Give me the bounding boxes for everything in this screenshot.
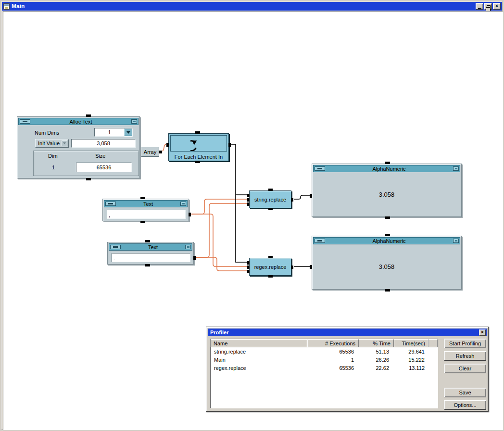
alphanumeric2-titlebar[interactable]: AlphaNumeric bbox=[313, 237, 460, 244]
alloc-text-block[interactable]: Alloc Text Num Dims 1 Init Value 3,058 D… bbox=[17, 116, 140, 178]
table-row[interactable]: regex.replace 65536 22.62 13.112 bbox=[211, 364, 438, 372]
text1-value-field[interactable]: , bbox=[107, 210, 186, 219]
resize-button[interactable] bbox=[453, 239, 459, 243]
text1-titlebar[interactable]: Text bbox=[104, 200, 188, 207]
for-each-output-pin[interactable] bbox=[228, 143, 231, 147]
text2-titlebar[interactable]: Text bbox=[109, 243, 192, 251]
num-dims-dropdown[interactable]: 1 bbox=[94, 128, 133, 137]
column-header-stub bbox=[428, 339, 438, 347]
close-button[interactable]: × bbox=[493, 3, 501, 10]
output-pin[interactable] bbox=[291, 266, 293, 269]
alphanumeric1-input-pin[interactable] bbox=[310, 194, 312, 198]
sequence-in-pin[interactable] bbox=[86, 114, 91, 117]
sequence-in-pin[interactable] bbox=[385, 234, 390, 236]
alphanumeric1-titlebar[interactable]: AlphaNumeric bbox=[313, 165, 460, 172]
column-header-time-sec[interactable]: Time(sec) bbox=[394, 339, 428, 347]
profiler-table[interactable]: Name # Executions % Time Time(sec) strin… bbox=[210, 339, 438, 408]
sequence-out-pin[interactable] bbox=[195, 161, 200, 163]
sequence-in-pin[interactable] bbox=[145, 240, 150, 242]
sequence-out-pin[interactable] bbox=[268, 275, 273, 278]
program-canvas[interactable]: Alloc Text Num Dims 1 Init Value 3,058 D… bbox=[3, 11, 503, 430]
init-value-selector[interactable]: Init Value bbox=[35, 139, 69, 148]
resize-button[interactable] bbox=[453, 166, 459, 171]
init-value-dropdown-button[interactable] bbox=[62, 140, 67, 146]
input-pin-2[interactable] bbox=[247, 198, 250, 202]
dim-size-panel: Dim Size 1 65536 bbox=[33, 151, 139, 176]
sequence-in-pin[interactable] bbox=[268, 256, 273, 258]
size-field[interactable]: 65536 bbox=[76, 163, 132, 172]
init-value-field[interactable]: 3,058 bbox=[71, 139, 136, 148]
resize-button[interactable] bbox=[185, 245, 191, 249]
size-header: Size bbox=[95, 153, 105, 159]
collapse-button[interactable] bbox=[105, 202, 116, 206]
save-button[interactable]: Save bbox=[444, 388, 486, 397]
column-header-pct-time[interactable]: % Time bbox=[359, 339, 394, 347]
input-pin-1[interactable] bbox=[247, 261, 250, 265]
column-header-executions[interactable]: # Executions bbox=[307, 339, 359, 347]
wire-string-replace-to-alphanumeric1[interactable] bbox=[294, 195, 310, 199]
wire-text1-to-regex-replace[interactable] bbox=[191, 214, 247, 266]
wire-array-to-foreach[interactable] bbox=[162, 144, 166, 151]
sequence-out-pin[interactable] bbox=[385, 216, 390, 219]
collapse-button[interactable] bbox=[110, 245, 121, 249]
profiler-close-button[interactable]: × bbox=[479, 330, 486, 336]
collapse-button[interactable] bbox=[315, 166, 325, 171]
wire-text1-to-string-replace[interactable] bbox=[191, 199, 247, 214]
row-executions: 1 bbox=[307, 357, 359, 363]
input-pin-1[interactable] bbox=[247, 194, 250, 197]
input-pin-2[interactable] bbox=[247, 266, 250, 269]
row-executions: 65536 bbox=[307, 349, 359, 355]
for-each-block[interactable]: For Each Element In bbox=[168, 133, 229, 161]
sequence-out-pin[interactable] bbox=[385, 289, 390, 292]
text2-output-pin[interactable] bbox=[193, 256, 196, 260]
regex-replace-block[interactable]: regex.replace bbox=[249, 258, 291, 276]
alphanumeric-display-2[interactable]: AlphaNumeric 3.058 bbox=[312, 236, 462, 290]
sequence-in-pin[interactable] bbox=[140, 197, 145, 199]
for-each-label: For Each Element In bbox=[169, 154, 228, 160]
alphanumeric-display-1[interactable]: AlphaNumeric 3.058 bbox=[312, 164, 462, 217]
num-dims-dropdown-button[interactable] bbox=[124, 128, 132, 136]
sequence-out-pin[interactable] bbox=[268, 208, 273, 210]
collapse-button[interactable] bbox=[20, 119, 30, 124]
profiler-titlebar[interactable]: Profiler × bbox=[208, 329, 487, 336]
wire-text2-to-regex-replace[interactable] bbox=[196, 257, 247, 271]
for-each-input-pin[interactable] bbox=[166, 143, 169, 147]
text2-title: Text bbox=[121, 244, 185, 250]
text-constant-1[interactable]: Text , bbox=[102, 199, 189, 221]
collapse-button[interactable] bbox=[315, 239, 325, 243]
text2-value-field[interactable]: . bbox=[112, 253, 190, 262]
array-output-pin[interactable] bbox=[159, 151, 162, 153]
start-profiling-button[interactable]: Start Profiling bbox=[444, 339, 486, 348]
refresh-button[interactable]: Refresh bbox=[444, 351, 486, 361]
restore-button[interactable] bbox=[484, 3, 492, 10]
column-header-name[interactable]: Name bbox=[211, 339, 307, 347]
resize-button[interactable] bbox=[131, 119, 137, 124]
sequence-in-pin[interactable] bbox=[195, 131, 200, 134]
sequence-out-pin[interactable] bbox=[145, 264, 150, 266]
minimize-button[interactable] bbox=[476, 3, 483, 10]
profiler-window[interactable]: Profiler × Name # Executions % Time Time… bbox=[206, 327, 489, 412]
row-time-sec: 29.641 bbox=[394, 349, 428, 355]
text1-output-pin[interactable] bbox=[189, 213, 191, 216]
alphanumeric2-input-pin[interactable] bbox=[310, 265, 312, 269]
app-icon bbox=[3, 3, 10, 10]
wire-text2-to-string-replace[interactable] bbox=[196, 203, 247, 257]
options-button[interactable]: Options... bbox=[444, 400, 486, 410]
sequence-in-pin[interactable] bbox=[385, 162, 390, 164]
string-replace-block[interactable]: string.replace bbox=[249, 190, 291, 208]
alloc-text-titlebar[interactable]: Alloc Text bbox=[18, 118, 139, 125]
input-pin-3[interactable] bbox=[247, 270, 250, 273]
sequence-out-pin[interactable] bbox=[140, 221, 145, 223]
sequence-out-pin[interactable] bbox=[86, 178, 91, 180]
array-output-terminal[interactable]: Array bbox=[141, 147, 159, 157]
text-constant-2[interactable]: Text . bbox=[107, 242, 194, 265]
sequence-in-pin[interactable] bbox=[268, 189, 273, 191]
table-row[interactable]: string.replace 65536 51.13 29.641 bbox=[211, 347, 438, 355]
for-each-icon-area bbox=[170, 135, 227, 152]
clear-button[interactable]: Clear bbox=[444, 364, 486, 373]
main-titlebar[interactable]: Main × bbox=[2, 2, 502, 11]
input-pin-3[interactable] bbox=[247, 203, 250, 206]
table-row[interactable]: Main 1 26.26 15.222 bbox=[211, 355, 438, 364]
resize-button[interactable] bbox=[180, 202, 186, 206]
output-pin[interactable] bbox=[291, 198, 293, 202]
